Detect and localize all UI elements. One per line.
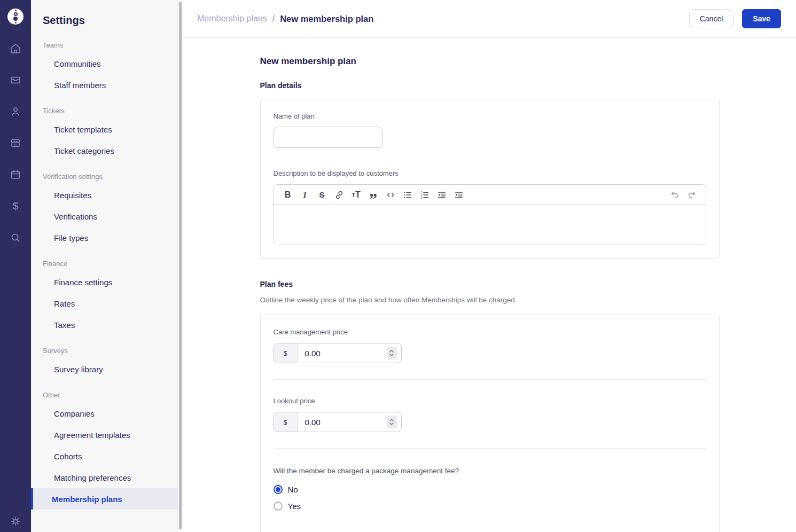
store-nav-button[interactable]	[9, 137, 22, 150]
sidebar-item-file-types[interactable]: File types	[31, 227, 177, 248]
name-of-plan-input[interactable]	[274, 127, 383, 148]
bullet-list-icon	[402, 190, 413, 200]
package-fee-option-yes[interactable]: Yes	[274, 502, 706, 511]
plan-details-heading: Plan details	[260, 81, 720, 90]
search-nav-button[interactable]	[9, 231, 22, 244]
package-fee-option-no[interactable]: No	[274, 485, 706, 494]
description-rich-text-editor: B I S TT ”	[274, 184, 706, 245]
divider	[274, 448, 706, 449]
gear-icon	[9, 515, 22, 528]
sidebar-scrollbar-thumb[interactable]	[179, 2, 182, 529]
chevron-down-icon	[389, 354, 394, 356]
currency-symbol: $	[274, 412, 298, 432]
section-label-finance: Finance	[31, 248, 177, 271]
sidebar-item-ticket-categories[interactable]: Ticket categories	[31, 140, 177, 161]
sidebar-item-cohorts[interactable]: Cohorts	[31, 445, 177, 467]
package-fee-question-label: Will the member be charged a package man…	[274, 467, 459, 475]
description-input-area[interactable]	[274, 205, 706, 245]
logo-ring	[14, 12, 18, 16]
bold-button[interactable]: B	[279, 187, 296, 202]
radio-selected-icon[interactable]	[274, 485, 283, 494]
logo-dot	[15, 10, 17, 11]
sidebar-item-membership-plans[interactable]: Membership plans	[31, 488, 177, 510]
calendar-nav-button[interactable]	[9, 168, 22, 181]
home-nav-button[interactable]	[9, 42, 22, 55]
description-label: Description to be displayed to customers	[274, 169, 706, 177]
sidebar-item-verifications[interactable]: Verifications	[31, 206, 177, 227]
app-logo[interactable]	[7, 9, 24, 25]
settings-nav-button[interactable]	[9, 515, 22, 528]
undo-icon	[669, 190, 680, 200]
store-icon	[9, 137, 22, 150]
plan-details-card: Name of plan Description to be displayed…	[260, 99, 720, 259]
redo-button[interactable]	[683, 187, 700, 202]
inbox-nav-button[interactable]	[9, 74, 22, 87]
plan-fees-card: Care management price $ Lookout price $	[260, 315, 720, 532]
plan-fees-subtitle: Outline the weekly price of the plan and…	[260, 296, 720, 304]
logo-dot	[13, 17, 18, 21]
svg-text:3: 3	[420, 196, 422, 199]
card-bottom-spacer	[274, 528, 706, 532]
radio-label-yes: Yes	[288, 502, 301, 511]
sidebar-item-communities[interactable]: Communities	[31, 53, 177, 74]
sidebar-item-ticket-templates[interactable]: Ticket templates	[31, 119, 177, 140]
chevron-up-icon	[389, 350, 394, 353]
lookout-price-input[interactable]	[298, 418, 387, 427]
rail-nav: $	[9, 42, 22, 244]
blockquote-button[interactable]: ”	[365, 187, 382, 202]
lookout-price-field: $	[274, 412, 402, 432]
sidebar-item-agreement-templates[interactable]: Agreement templates	[31, 424, 177, 445]
text-size-button[interactable]: TT	[348, 187, 365, 202]
breadcrumb-parent-link[interactable]: Membership plans	[197, 14, 267, 24]
chevron-up-icon	[389, 419, 394, 421]
logo-dot	[15, 22, 17, 24]
name-of-plan-label: Name of plan	[274, 112, 706, 120]
sidebar-item-companies[interactable]: Companies	[31, 403, 177, 424]
section-label-teams: Teams	[31, 30, 177, 53]
care-management-price-input[interactable]	[298, 349, 387, 358]
sidebar-item-finance-settings[interactable]: Finance settings	[31, 271, 177, 293]
save-button[interactable]: Save	[742, 9, 781, 28]
sidebar-item-requisites[interactable]: Requisites	[31, 184, 177, 206]
lookout-price-label: Lookout price	[274, 397, 706, 405]
strikethrough-button[interactable]: S	[314, 187, 331, 202]
ordered-list-button[interactable]: 1 2 3	[416, 187, 433, 202]
outdent-button[interactable]	[433, 187, 450, 202]
sidebar-item-rates[interactable]: Rates	[31, 293, 177, 314]
sidebar-item-taxes[interactable]: Taxes	[31, 314, 177, 335]
finance-nav-button[interactable]: $	[9, 200, 22, 213]
sidebar-scrollbar[interactable]	[177, 0, 183, 532]
calendar-icon	[9, 168, 22, 181]
section-label-verification-settings: Verification settings	[31, 161, 177, 184]
radio-label-no: No	[288, 485, 298, 494]
indent-button[interactable]	[450, 187, 467, 202]
chevron-down-icon	[389, 423, 394, 425]
italic-button[interactable]: I	[296, 187, 314, 202]
care-management-price-field: $	[274, 343, 402, 363]
radio-unselected-icon[interactable]	[274, 502, 283, 511]
redo-icon	[686, 190, 697, 200]
breadcrumb-separator: /	[272, 14, 275, 24]
divider	[274, 379, 706, 380]
editor-toolbar: B I S TT ”	[274, 185, 706, 205]
cancel-button[interactable]: Cancel	[689, 9, 734, 28]
currency-symbol: $	[274, 343, 298, 363]
lookout-price-stepper[interactable]	[387, 416, 397, 428]
care-price-stepper[interactable]	[387, 347, 397, 359]
italic-icon: I	[303, 190, 306, 200]
bullet-list-button[interactable]	[399, 187, 416, 202]
sidebar-item-staff-members[interactable]: Staff members	[31, 74, 177, 96]
person-icon	[9, 105, 22, 118]
undo-button[interactable]	[666, 187, 683, 202]
people-nav-button[interactable]	[9, 105, 22, 118]
settings-sidebar: Settings Teams Communities Staff members…	[31, 0, 177, 532]
strikethrough-icon: S	[319, 190, 324, 199]
sidebar-item-matching-preferences[interactable]: Matching preferences	[31, 467, 177, 488]
code-button[interactable]	[382, 187, 399, 202]
sidebar-item-survey-library[interactable]: Survey library	[31, 358, 177, 380]
link-button[interactable]	[331, 187, 348, 202]
breadcrumb-current: New membership plan	[280, 14, 373, 24]
care-management-price-label: Care management price	[274, 328, 706, 336]
sidebar-title: Settings	[31, 0, 177, 30]
text-size-icon: T	[352, 192, 355, 198]
